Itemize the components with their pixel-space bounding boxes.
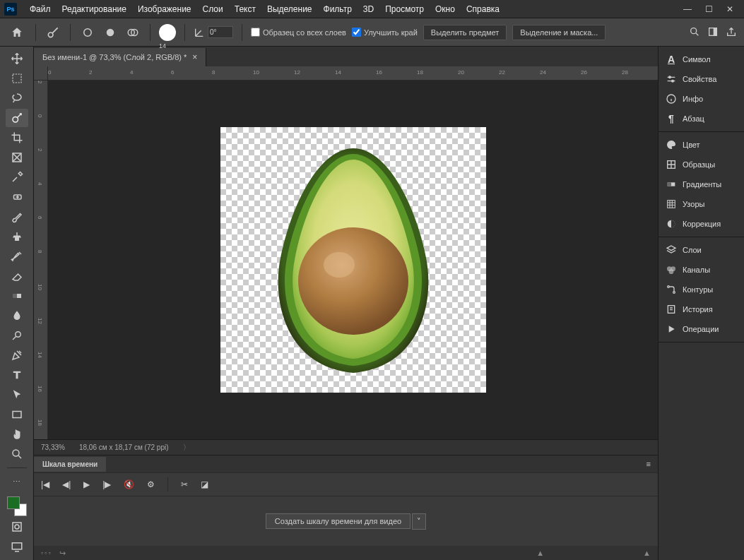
- timeline-first-frame[interactable]: |◀: [41, 479, 49, 489]
- zoom-tool[interactable]: [6, 445, 28, 463]
- pattern-icon: [666, 198, 677, 210]
- status-arrow-icon[interactable]: 〉: [183, 443, 190, 453]
- search-icon[interactable]: [689, 26, 700, 39]
- screen-mode-tool[interactable]: [6, 537, 28, 556]
- titlebar: Ps ФайлРедактированиеИзображениеСлоиТекс…: [0, 0, 744, 18]
- path-selection-tool[interactable]: [6, 386, 28, 404]
- panel-градиенты[interactable]: Градиенты: [659, 174, 744, 194]
- close-button[interactable]: ✕: [726, 4, 734, 14]
- svg-rect-13: [13, 294, 17, 298]
- panel-свойства[interactable]: Свойства: [659, 69, 744, 89]
- panel-каналы[interactable]: Каналы: [659, 260, 744, 280]
- gradient-tool[interactable]: [6, 287, 28, 305]
- angle-control[interactable]: [194, 26, 233, 38]
- timeline-zoom-out[interactable]: ▫▫▫: [41, 549, 52, 556]
- eraser-tool[interactable]: [6, 267, 28, 285]
- ruler-horizontal: 0246810121416182022242628: [48, 66, 658, 81]
- panel-образцы[interactable]: Образцы: [659, 155, 744, 174]
- brush-tool[interactable]: [6, 208, 28, 226]
- crop-tool[interactable]: [6, 129, 28, 147]
- document-tab[interactable]: Без имени-1 @ 73,3% (Слой 2, RGB/8) * ×: [34, 48, 206, 66]
- canvas-viewport[interactable]: [48, 81, 658, 439]
- home-button[interactable]: [7, 23, 27, 42]
- timeline-mute[interactable]: 🔇: [124, 479, 134, 489]
- timeline-prev-frame[interactable]: ◀|: [62, 479, 71, 489]
- edit-toolbar[interactable]: ⋯: [6, 472, 28, 491]
- panel-абзац[interactable]: ¶Абзац: [659, 109, 744, 129]
- dodge-tool[interactable]: [6, 326, 28, 345]
- quick-mask-tool[interactable]: [6, 518, 28, 536]
- workspace-switcher-icon[interactable]: [707, 26, 719, 39]
- menu-текст[interactable]: Текст: [229, 1, 261, 17]
- select-and-mask-button[interactable]: Выделение и маска...: [512, 25, 606, 40]
- intersect-selection-icon[interactable]: [124, 24, 141, 41]
- history-brush-tool[interactable]: [6, 247, 28, 266]
- marquee-tool[interactable]: [6, 69, 28, 88]
- timeline-redo-icon[interactable]: ↪: [59, 549, 66, 558]
- panel-символ[interactable]: AСимвол: [659, 49, 744, 69]
- menu-слои[interactable]: Слои: [197, 1, 229, 17]
- menu-файл[interactable]: Файл: [24, 1, 57, 17]
- brush-preset-icon[interactable]: [45, 24, 61, 41]
- timeline-next-frame[interactable]: |▶: [102, 479, 111, 489]
- lasso-tool[interactable]: [6, 89, 28, 107]
- canvas[interactable]: [220, 127, 486, 393]
- menu-просмотр[interactable]: Просмотр: [379, 1, 430, 17]
- blur-tool[interactable]: [6, 306, 28, 325]
- clone-stamp-tool[interactable]: [6, 227, 28, 246]
- share-icon[interactable]: [726, 26, 737, 39]
- svg-point-1: [84, 28, 92, 36]
- type-tool[interactable]: [6, 366, 28, 384]
- foreground-color[interactable]: [7, 496, 20, 509]
- timeline-play[interactable]: ▶: [83, 479, 90, 489]
- timeline-tab[interactable]: Шкала времени: [34, 457, 106, 472]
- healing-brush-tool[interactable]: [6, 188, 28, 206]
- refine-edge-checkbox[interactable]: Улучшить край: [352, 28, 418, 37]
- create-video-timeline-button[interactable]: Создать шкалу времени для видео: [266, 513, 411, 529]
- panel-слои[interactable]: Слои: [659, 240, 744, 260]
- close-tab-icon[interactable]: ×: [192, 52, 197, 62]
- menu-выделение[interactable]: Выделение: [261, 1, 318, 17]
- menu-справка[interactable]: Справка: [461, 1, 505, 17]
- timeline-menu-icon[interactable]: ≡: [639, 460, 658, 468]
- menu-редактирование[interactable]: Редактирование: [57, 1, 132, 17]
- add-selection-icon[interactable]: [79, 24, 96, 41]
- timeline-slider-right[interactable]: ▲: [643, 549, 651, 557]
- subtract-selection-icon[interactable]: [102, 24, 119, 41]
- timeline-transition-icon[interactable]: ◪: [201, 479, 208, 489]
- history-icon: [666, 304, 677, 315]
- angle-input[interactable]: [208, 26, 233, 38]
- panel-узоры[interactable]: Узоры: [659, 194, 744, 214]
- timeline-create-dropdown[interactable]: ˅: [412, 513, 426, 530]
- maximize-button[interactable]: ☐: [704, 4, 713, 14]
- ruler-vertical: 2024681012141618: [34, 81, 48, 439]
- menu-изображение[interactable]: Изображение: [132, 1, 197, 17]
- minimize-button[interactable]: —: [683, 4, 692, 14]
- move-tool[interactable]: [6, 49, 28, 68]
- sample-all-layers-checkbox[interactable]: Образец со всех слоев: [251, 28, 346, 37]
- frame-tool[interactable]: [6, 148, 28, 167]
- panel-цвет[interactable]: Цвет: [659, 135, 744, 155]
- hand-tool[interactable]: [6, 425, 28, 443]
- zoom-level[interactable]: 73,33%: [41, 443, 65, 451]
- color-swatches[interactable]: [7, 496, 27, 516]
- pen-tool[interactable]: [6, 346, 28, 364]
- palette-icon: [666, 139, 677, 150]
- panel-инфо[interactable]: Инфо: [659, 89, 744, 109]
- menu-фильтр[interactable]: Фильтр: [318, 1, 358, 17]
- timeline-settings-icon[interactable]: ⚙: [147, 479, 155, 489]
- timeline-split-icon[interactable]: ✂: [181, 479, 188, 489]
- menu-окно[interactable]: Окно: [430, 1, 461, 17]
- timeline-slider-left[interactable]: ▲: [536, 549, 544, 557]
- panel-контуры[interactable]: Контуры: [659, 280, 744, 299]
- panel-операции[interactable]: Операции: [659, 319, 744, 339]
- eyedropper-tool[interactable]: [6, 168, 28, 186]
- rectangle-tool[interactable]: [6, 405, 28, 424]
- panel-коррекция[interactable]: Коррекция: [659, 214, 744, 234]
- quick-selection-tool[interactable]: [6, 109, 28, 127]
- select-subject-button[interactable]: Выделить предмет: [423, 25, 507, 40]
- panel-история[interactable]: История: [659, 299, 744, 319]
- svg-point-33: [668, 286, 670, 288]
- brush-size-picker[interactable]: 14: [159, 24, 176, 41]
- menu-3d[interactable]: 3D: [358, 1, 379, 17]
